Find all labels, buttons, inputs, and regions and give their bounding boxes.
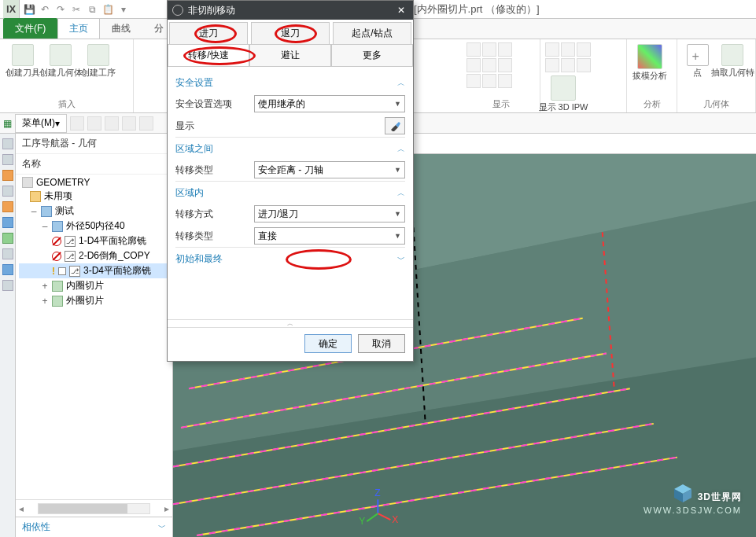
select-within-type[interactable]: 直接▼	[254, 227, 405, 245]
cube-icon	[673, 483, 693, 503]
tool-show-3d-ipw[interactable]: 显示 3D IPW	[545, 74, 581, 113]
mr-ic3[interactable]	[105, 116, 119, 131]
folder-icon	[30, 191, 41, 202]
nav-column-name: 名称	[16, 154, 172, 175]
workpiece-icon	[52, 281, 63, 292]
display-button[interactable]	[385, 117, 405, 134]
nav-tree[interactable]: GEOMETRY 未用项 –测试 –外径50内径40 ⎇1-D4平面轮廓铣 ⎇2…	[16, 175, 172, 499]
section-initfinal[interactable]: 初始和最终﹀	[175, 247, 405, 269]
qat-save-icon[interactable]: 💾	[23, 3, 35, 16]
section-safe[interactable]: 安全设置︿	[175, 72, 405, 93]
mr-ic2[interactable]	[87, 116, 101, 131]
qat-undo-icon[interactable]: ↶	[39, 3, 51, 16]
tool-create-tool[interactable]: 创建刀具	[5, 42, 41, 97]
tab-transfer[interactable]: 转移/快速	[168, 45, 249, 66]
qat-more-icon[interactable]: ▾	[117, 3, 130, 16]
svg-text:Y: Y	[359, 516, 365, 527]
dialog-tabs-row2: 转移/快速 避让 更多	[168, 45, 413, 67]
prohibit-icon	[52, 252, 61, 261]
dialog-title: 非切削移动	[188, 4, 235, 17]
ribbon-group-insert: 创建刀具 创建几何体 创建工序 插入	[0, 39, 134, 112]
watermark: 3D世界网 WWW.3DSJW.COM	[644, 481, 742, 515]
coord-icon	[41, 206, 52, 217]
tool-point[interactable]: +点	[682, 42, 713, 97]
op-icon: ⎇	[69, 266, 80, 277]
sb-ic-9[interactable]	[2, 264, 13, 275]
tree-test[interactable]: –测试	[19, 204, 172, 219]
svg-text:Z: Z	[374, 487, 380, 498]
nav-hscroll[interactable]: ◂ ▸	[16, 499, 172, 517]
close-icon[interactable]: ✕	[394, 5, 408, 16]
scrollbar-thumb[interactable]	[39, 504, 127, 513]
tab-engage[interactable]: 进刀	[169, 22, 248, 44]
chevron-up-icon: ︿	[397, 78, 405, 89]
checkbox-icon	[58, 267, 66, 275]
tool-create-op[interactable]: 创建工序	[80, 42, 116, 97]
sb-ic-6[interactable]	[2, 217, 13, 228]
tree-outer[interactable]: +外圈切片	[19, 293, 172, 308]
sb-ic-8[interactable]	[2, 248, 13, 259]
section-within[interactable]: 区域内︿	[175, 181, 405, 203]
qat-cut-icon[interactable]: ✂	[70, 3, 83, 16]
label-within-mode: 转移方式	[175, 208, 248, 221]
tool-draft-analysis[interactable]: 拔模分析	[632, 42, 668, 97]
mr-ic4[interactable]	[122, 116, 136, 131]
qat-redo-icon[interactable]: ↷	[54, 3, 67, 16]
disp-ic[interactable]	[467, 42, 481, 57]
tree-op3[interactable]: !⎇3-D4平面轮廓铣	[19, 263, 172, 278]
tool-extract[interactable]: 抽取几何特	[714, 42, 750, 97]
tab-avoid[interactable]: 避让	[249, 45, 331, 66]
sb-ic-1[interactable]	[2, 138, 13, 149]
tree-od[interactable]: –外径50内径40	[19, 219, 172, 234]
mr-ic1[interactable]	[70, 116, 84, 131]
ok-button[interactable]: 确定	[304, 334, 352, 353]
tab-more[interactable]: 更多	[331, 45, 413, 66]
ribbon-group-display: 显示	[462, 39, 540, 112]
tab-start[interactable]: 起点/钻点	[333, 22, 411, 44]
select-between-type[interactable]: 安全距离 - 刀轴▼	[254, 161, 405, 178]
label-display: 显示	[175, 120, 248, 133]
label-between-type: 转移类型	[175, 164, 248, 177]
cancel-button[interactable]: 取消	[358, 334, 405, 353]
label-safe-option: 安全设置选项	[175, 97, 248, 111]
section-between[interactable]: 区域之间︿	[175, 137, 405, 159]
sb-ic-4[interactable]	[2, 186, 13, 197]
menu-button[interactable]: 菜单(M) ▾	[15, 114, 67, 133]
gear-icon	[172, 5, 183, 16]
tab-curve[interactable]: 曲线	[100, 18, 142, 39]
select-within-mode[interactable]: 进刀/退刀▼	[254, 205, 405, 223]
mr-ic5[interactable]	[139, 116, 153, 131]
sidebar-iconstrip	[0, 134, 16, 537]
tree-inner[interactable]: +内圈切片	[19, 278, 172, 293]
tab-retract[interactable]: 退刀	[251, 22, 330, 44]
chevron-down-icon: ﹀	[397, 254, 405, 265]
dependency-panel[interactable]: 相依性﹀	[16, 517, 172, 537]
sb-ic-3[interactable]	[2, 170, 13, 181]
dialog-titlebar[interactable]: 非切削移动 ✕	[168, 1, 413, 20]
sb-ic-7[interactable]	[2, 233, 13, 244]
dialog-body: 安全设置︿ 安全设置选项 使用继承的▼ 显示 区域之间︿ 转移类型 安全距离 -…	[168, 67, 413, 319]
noncutting-moves-dialog: 非切削移动 ✕ 进刀 退刀 起点/钻点 转移/快速 避让 更多 安全设置︿ 安全…	[167, 0, 414, 362]
tree-unused[interactable]: 未用项	[19, 189, 172, 204]
tool-create-geom[interactable]: 创建几何体	[42, 42, 79, 97]
select-safe-option[interactable]: 使用继承的▼	[254, 95, 405, 112]
qat-paste-icon[interactable]: 📋	[101, 3, 114, 16]
tree-root[interactable]: GEOMETRY	[19, 176, 172, 189]
op-icon: ⎇	[65, 236, 76, 247]
op-icon: ⎇	[65, 251, 76, 262]
chevron-up-icon: ︿	[397, 188, 405, 199]
tab-home[interactable]: 主页	[57, 18, 100, 39]
dialog-resize-handle[interactable]: ︿	[168, 319, 413, 327]
chevron-down-icon: ▼	[394, 166, 401, 174]
workpiece-icon	[52, 221, 63, 232]
tab-file[interactable]: 文件(F)	[3, 18, 57, 39]
qat-copy-icon[interactable]: ⧉	[86, 3, 98, 16]
tree-op2[interactable]: ⎇2-D6倒角_COPY	[19, 248, 172, 263]
sb-ic-5[interactable]	[2, 201, 13, 212]
ribbon-group-geom: +点 抽取几何特 几何体	[677, 39, 756, 112]
tree-op1[interactable]: ⎇1-D4平面轮廓铣	[19, 234, 172, 248]
sb-ic-2[interactable]	[2, 154, 13, 165]
sb-ic-10[interactable]	[2, 280, 13, 291]
chevron-down-icon: ▼	[394, 210, 401, 218]
label-within-type: 转移类型	[175, 230, 248, 243]
